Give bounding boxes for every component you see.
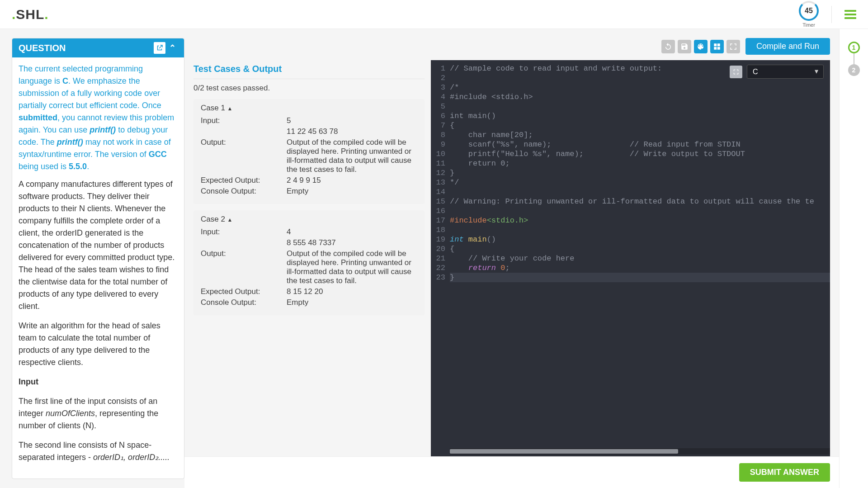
footer: SUBMIT ANSWER [184,456,839,488]
input-label: Input: [201,227,287,237]
test-cases-panel: Test Cases & Output 0/2 test cases passe… [184,60,431,456]
console-value: Empty [287,187,417,196]
question-body[interactable]: The current selected programming languag… [12,57,184,479]
submit-answer-button[interactable]: SUBMIT ANSWER [739,463,830,482]
desc-paragraph-2: Write an algorithm for the head of sales… [19,320,178,369]
test-case-header[interactable]: Case 2 ▲ [201,215,417,224]
logo-dot-left: . [12,7,16,22]
editor-horizontal-scrollbar[interactable] [450,448,830,455]
output-label: Output: [201,249,287,285]
expected-value: 8 15 12 20 [287,287,417,296]
desc-paragraph-1: A company manufactures different types o… [19,178,178,313]
output-label: Output: [201,138,287,174]
top-right: 45 Timer [799,1,856,28]
logo-dot-right: . [44,7,48,22]
timer: 45 Timer [799,1,819,28]
theme-icon[interactable] [694,40,708,53]
undo-icon[interactable] [661,40,675,53]
content-row: Test Cases & Output 0/2 test cases passe… [184,60,839,456]
input-line-1: The first line of the input consists of … [19,395,178,432]
timer-value: 45 [805,7,813,15]
line-gutter: 1234567891011121314151617181920212223 [431,64,450,448]
step-rail: 1 2 [839,29,868,488]
input-section-title: Input [19,376,178,388]
editor-expand-icon[interactable] [730,66,742,78]
test-cases-summary: 0/2 test cases passed. [193,79,425,99]
input-value-2: 11 22 45 63 78 [287,127,417,136]
editor-toolbar: Compile and Run [184,38,839,60]
popout-icon[interactable] [154,42,165,54]
question-header: QUESTION ⌃ [12,38,184,57]
logo-text: SHL [16,7,44,22]
input-line-2: The second line consists of N space-sepa… [19,439,178,464]
test-case: Case 2 ▲Input:48 555 48 7337Output:Outpu… [193,210,425,315]
timer-label: Timer [799,22,819,28]
timer-circle: 45 [799,1,819,21]
code-lines[interactable]: // Sample code to read input and write o… [450,64,830,448]
console-value: Empty [287,298,417,307]
test-cases-title: Test Cases & Output [193,60,425,79]
input-value: 5 [287,116,417,125]
output-value: Output of the compiled code will be disp… [287,249,417,285]
code-area[interactable]: 1234567891011121314151617181920212223 //… [431,60,830,448]
step-connector [854,53,854,64]
console-label: Console Output: [201,298,287,307]
language-select[interactable]: C [747,65,824,79]
step-2[interactable]: 2 [848,64,860,76]
input-value-2: 8 555 48 7337 [287,238,417,247]
save-icon[interactable] [678,40,691,53]
question-column: QUESTION ⌃ The current selected programm… [0,29,184,488]
test-case-header[interactable]: Case 1 ▲ [201,104,417,113]
expected-label: Expected Output: [201,176,287,185]
console-label: Console Output: [201,187,287,196]
question-description: A company manufactures different types o… [19,178,178,464]
main-area: QUESTION ⌃ The current selected programm… [0,29,868,488]
question-header-label: QUESTION [19,43,66,53]
expected-value: 2 4 9 9 15 [287,176,417,185]
test-case: Case 1 ▲Input:511 22 45 63 78Output:Outp… [193,99,425,204]
output-value: Output of the compiled code will be disp… [287,138,417,174]
compile-run-button[interactable]: Compile and Run [745,38,830,55]
separator [831,6,832,23]
menu-icon[interactable] [844,8,856,21]
workspace: Compile and Run Test Cases & Output 0/2 … [184,29,839,488]
step-1[interactable]: 1 [848,42,860,53]
collapse-icon[interactable]: ⌃ [167,43,178,53]
input-value: 4 [287,227,417,237]
fullscreen-icon[interactable] [726,40,740,53]
input-label: Input: [201,116,287,125]
layout-icon[interactable] [710,40,724,53]
question-panel: QUESTION ⌃ The current selected programm… [12,38,184,479]
language-select-wrap: C [747,65,824,79]
top-bar: .SHL. 45 Timer [0,0,868,29]
brand-logo: .SHL. [12,7,49,22]
question-intro: The current selected programming languag… [19,63,178,173]
code-editor[interactable]: C 1234567891011121314151617181920212223 … [431,60,830,456]
expected-label: Expected Output: [201,287,287,296]
